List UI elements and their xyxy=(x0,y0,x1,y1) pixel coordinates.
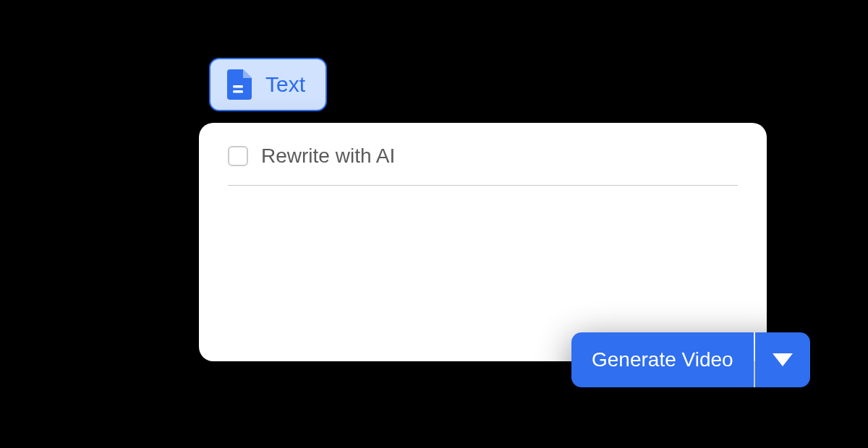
tab-text[interactable]: Text xyxy=(209,58,327,111)
rewrite-label: Rewrite with AI xyxy=(261,145,395,168)
svg-rect-0 xyxy=(233,85,243,88)
tab-text-label: Text xyxy=(265,72,305,97)
generate-video-button[interactable]: Generate Video xyxy=(571,332,754,387)
rewrite-row: Rewrite with AI xyxy=(228,143,738,169)
generate-video-label: Generate Video xyxy=(592,348,733,371)
script-textarea[interactable] xyxy=(228,199,741,332)
svg-rect-1 xyxy=(233,90,243,93)
chevron-down-icon xyxy=(773,353,793,366)
generate-video-group: Generate Video xyxy=(571,332,810,387)
rewrite-checkbox[interactable] xyxy=(228,146,248,166)
divider xyxy=(228,185,738,186)
text-input-panel: Rewrite with AI xyxy=(199,123,767,361)
document-icon xyxy=(226,69,252,100)
generate-video-dropdown[interactable] xyxy=(755,332,810,387)
